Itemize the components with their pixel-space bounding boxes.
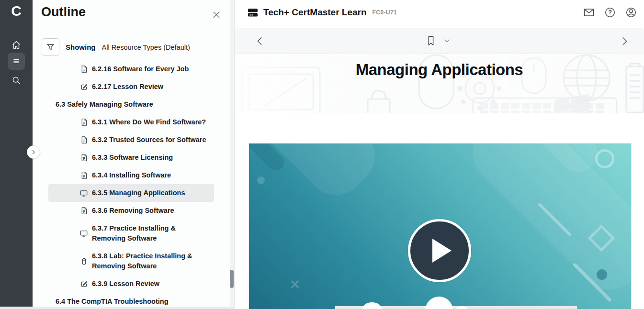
outline-panel: Outline Showing All Resource Types (Defa…: [33, 0, 235, 307]
outline-item[interactable]: 6.3.9 Lesson Review: [48, 275, 214, 293]
outline-section[interactable]: 6.3 Safely Managing Software: [48, 96, 214, 113]
lesson-video-player[interactable]: ✕: [249, 143, 631, 309]
video-decor-x: ✕: [290, 277, 300, 292]
outline-item-label: 6.2.16 Software for Every Job: [92, 64, 189, 74]
course-stack-icon: [247, 7, 259, 18]
outline-item-label: 6.2.17 Lesson Review: [92, 82, 163, 92]
messages-button[interactable]: [583, 6, 595, 19]
outline-item-label: 6.3.9 Lesson Review: [92, 279, 159, 289]
outline-item-label: 6.3.7 Practice Installing & Removing Sof…: [92, 223, 176, 243]
video-decor-circle: [595, 149, 614, 168]
edit-icon: [79, 279, 89, 289]
outline-item[interactable]: 6.3.1 Where Do We Find Software?: [48, 113, 214, 131]
page-title: Managing Applications: [235, 61, 644, 79]
video-logo-fragment: [362, 302, 382, 309]
account-icon: [625, 7, 637, 18]
chevron-left-icon: [256, 36, 264, 46]
outline-item[interactable]: 6.3.7 Practice Installing & Removing Sof…: [48, 220, 214, 247]
previous-page-button[interactable]: [254, 35, 266, 47]
document-icon: [79, 153, 89, 163]
document-icon: [79, 135, 89, 145]
outline-list: 6.2.16 Software for Every Job 6.2.17 Les…: [33, 60, 234, 309]
outline-item-label: 6.3.5 Managing Applications: [92, 188, 185, 198]
outline-item-label: 6.3.6 Removing Software: [92, 206, 174, 216]
brand: Tech+ CertMaster Learn FC0-U71: [247, 7, 397, 18]
play-button[interactable]: [408, 219, 471, 282]
main-content: Tech+ CertMaster Learn FC0-U71 ?: [235, 0, 644, 309]
bottom-edge-strip: [0, 307, 235, 309]
next-page-button[interactable]: [619, 35, 630, 47]
document-icon: [79, 65, 89, 74]
close-icon: [212, 10, 221, 20]
outline-section-label: 6.3 Safely Managing Software: [56, 99, 153, 110]
outline-item[interactable]: 6.3.3 Software Licensing: [48, 149, 214, 166]
outline-scrollbar-thumb[interactable]: [230, 270, 234, 288]
search-icon: [11, 75, 22, 86]
outline-item[interactable]: 6.3.6 Removing Software: [48, 202, 214, 220]
bookmark-icon: [426, 35, 436, 46]
help-icon: ?: [604, 7, 616, 18]
outline-item-label: 6.3.1 Where Do We Find Software?: [92, 117, 206, 127]
document-icon: [79, 206, 89, 216]
account-button[interactable]: [625, 6, 637, 19]
filter-row: Showing All Resource Types (Default): [42, 38, 190, 56]
outline-item[interactable]: 6.3.8 Lab: Practice Installing & Removin…: [48, 247, 214, 275]
app-header: Tech+ CertMaster Learn FC0-U71 ?: [235, 0, 644, 25]
rail-item-home[interactable]: [8, 36, 25, 54]
outline-item-selected[interactable]: 6.3.5 Managing Applications: [48, 184, 214, 202]
panel-collapse-button[interactable]: [27, 145, 40, 159]
course-code: FC0-U71: [373, 9, 397, 16]
outline-item-label: 6.3.3 Software Licensing: [92, 153, 173, 163]
video-logo-fragment: [425, 297, 453, 309]
chevron-right-icon: [620, 36, 629, 46]
outline-item-label: 6.3.4 Installing Software: [92, 170, 171, 180]
video-decor-dot: [257, 177, 265, 184]
outline-list-icon: [11, 56, 21, 66]
rail-item-outline[interactable]: [8, 53, 25, 70]
mouse-icon: [79, 256, 89, 266]
video-decor-dot: [597, 269, 607, 280]
app-screen: C: [0, 0, 644, 309]
outline-title: Outline: [41, 5, 86, 20]
screen-icon: [79, 188, 89, 198]
filter-funnel-icon: [46, 43, 55, 52]
rail-item-search[interactable]: [8, 72, 25, 89]
filter-value: All Resource Types (Default): [102, 44, 190, 51]
outline-item[interactable]: 6.3.4 Installing Software: [48, 166, 214, 184]
bookmark-group: [426, 28, 450, 54]
outline-section-label: 6.4 The CompTIA Troubleshooting: [56, 297, 169, 307]
chevron-down-icon: [444, 39, 450, 43]
play-icon: [432, 239, 452, 263]
outline-item-label: 6.3.2 Trusted Sources for Software: [92, 135, 206, 145]
chevron-right-icon: [31, 149, 36, 155]
edit-icon: [79, 82, 89, 92]
comptia-logo: C: [0, 2, 33, 20]
close-outline-button[interactable]: [210, 9, 223, 21]
outline-item[interactable]: 6.2.16 Software for Every Job: [48, 60, 214, 78]
mail-icon: [583, 7, 595, 18]
outline-item[interactable]: 6.3.2 Trusted Sources for Software: [48, 131, 214, 149]
outline-item-label: 6.3.8 Lab: Practice Installing & Removin…: [92, 251, 192, 271]
bookmark-button[interactable]: [426, 35, 436, 46]
filter-button[interactable]: [42, 38, 59, 56]
header-actions: ?: [583, 6, 637, 19]
svg-text:?: ?: [608, 9, 612, 16]
filter-label: Showing: [66, 43, 96, 51]
outline-item[interactable]: 6.2.17 Lesson Review: [48, 78, 214, 96]
bookmark-menu-button[interactable]: [444, 39, 450, 43]
document-icon: [79, 118, 89, 127]
app-title: Tech+ CertMaster Learn: [263, 7, 367, 18]
help-button[interactable]: ?: [604, 6, 616, 19]
lesson-banner: Managing Applications: [235, 54, 644, 113]
home-icon: [11, 40, 22, 50]
outline-scrollbar-track[interactable]: [230, 0, 234, 307]
document-icon: [79, 171, 89, 180]
lesson-toolbar: [235, 28, 644, 54]
screen-icon: [79, 229, 89, 238]
